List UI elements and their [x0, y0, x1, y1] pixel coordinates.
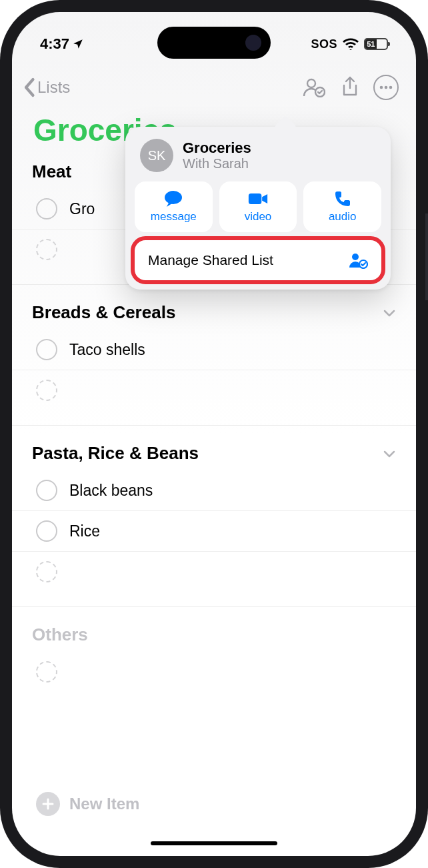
- plus-circle-icon: [36, 792, 60, 816]
- section-name: Breads & Cereals: [32, 302, 175, 323]
- new-item-button[interactable]: New Item: [36, 792, 139, 816]
- item-text: Black beans: [69, 482, 173, 500]
- chevron-left-icon: [23, 77, 37, 97]
- video-button[interactable]: video: [219, 181, 297, 232]
- popover-actions: message video audio: [135, 181, 381, 232]
- svg-point-4: [389, 86, 393, 89]
- section-name: Meat: [32, 161, 71, 182]
- chevron-down-icon[interactable]: [383, 308, 396, 318]
- new-item-label: New Item: [69, 795, 139, 813]
- phone-icon: [333, 190, 353, 207]
- home-indicator[interactable]: [151, 841, 277, 845]
- add-item-placeholder[interactable]: [12, 552, 416, 592]
- manage-label: Manage Shared List: [148, 252, 273, 268]
- video-label: video: [245, 210, 272, 224]
- message-icon: [163, 190, 183, 207]
- phone-frame: 4:37 SOS 51 Lists: [0, 0, 428, 868]
- list-item[interactable]: Black beans: [12, 470, 416, 511]
- popover-title: Groceries: [183, 139, 251, 156]
- svg-point-5: [165, 191, 182, 204]
- svg-point-2: [380, 86, 383, 89]
- message-button[interactable]: message: [135, 181, 213, 232]
- video-icon: [248, 190, 268, 207]
- section-breads: Breads & Cereals Taco shells: [12, 284, 416, 425]
- back-label: Lists: [37, 78, 70, 97]
- radio-ghost-icon: [36, 239, 57, 260]
- section-others: Others: [12, 606, 416, 707]
- share-icon: [341, 76, 359, 99]
- sos-indicator: SOS: [311, 37, 337, 51]
- svg-point-0: [307, 79, 315, 87]
- svg-point-7: [352, 254, 359, 260]
- section-header[interactable]: Breads & Cereals: [12, 302, 416, 330]
- item-text: Rice: [69, 522, 120, 540]
- battery-level: 51: [365, 39, 377, 49]
- battery-icon: 51: [364, 38, 388, 50]
- message-label: message: [151, 210, 197, 224]
- person-badge-check-icon: [348, 252, 368, 269]
- wifi-icon: [343, 38, 359, 50]
- screen: 4:37 SOS 51 Lists: [12, 12, 416, 856]
- list-item[interactable]: Taco shells: [12, 330, 416, 370]
- radio-ghost-icon: [36, 561, 57, 582]
- section-name: Others: [32, 624, 88, 645]
- add-item-placeholder[interactable]: [12, 652, 416, 692]
- ellipsis-circle-icon: [373, 75, 399, 100]
- section-header[interactable]: Others: [12, 624, 416, 652]
- radio-unchecked-icon[interactable]: [36, 339, 57, 360]
- radio-unchecked-icon[interactable]: [36, 520, 57, 542]
- svg-rect-6: [249, 193, 261, 204]
- list-item[interactable]: Rice: [12, 511, 416, 552]
- back-button[interactable]: Lists: [23, 77, 70, 97]
- svg-point-3: [385, 86, 388, 89]
- radio-ghost-icon: [36, 661, 57, 683]
- location-icon: [72, 38, 84, 50]
- popover-subtitle: With Sarah: [183, 156, 251, 171]
- radio-unchecked-icon[interactable]: [36, 480, 57, 501]
- popover-header: SK Groceries With Sarah: [135, 139, 381, 181]
- share-popover: SK Groceries With Sarah message video au: [125, 127, 391, 290]
- item-text: Gro: [69, 200, 115, 218]
- radio-ghost-icon: [36, 380, 57, 401]
- section-header[interactable]: Pasta, Rice & Beans: [12, 443, 416, 470]
- item-text: Taco shells: [69, 341, 165, 359]
- audio-label: audio: [329, 210, 357, 224]
- radio-unchecked-icon[interactable]: [36, 198, 57, 220]
- section-name: Pasta, Rice & Beans: [32, 443, 199, 464]
- power-button: [425, 213, 428, 300]
- audio-button[interactable]: audio: [303, 181, 381, 232]
- collaborate-button[interactable]: [300, 73, 328, 101]
- navbar: Lists: [12, 59, 416, 107]
- avatar: SK: [140, 139, 173, 172]
- section-pasta: Pasta, Rice & Beans Black beans Rice: [12, 425, 416, 606]
- more-button[interactable]: [372, 73, 400, 101]
- status-time: 4:37: [40, 35, 69, 53]
- add-item-placeholder[interactable]: [12, 370, 416, 410]
- person-share-icon: [303, 77, 325, 97]
- manage-shared-list-button[interactable]: Manage Shared List: [135, 240, 381, 280]
- chevron-down-icon[interactable]: [383, 449, 396, 458]
- share-button[interactable]: [336, 73, 364, 101]
- dynamic-island: [157, 27, 271, 59]
